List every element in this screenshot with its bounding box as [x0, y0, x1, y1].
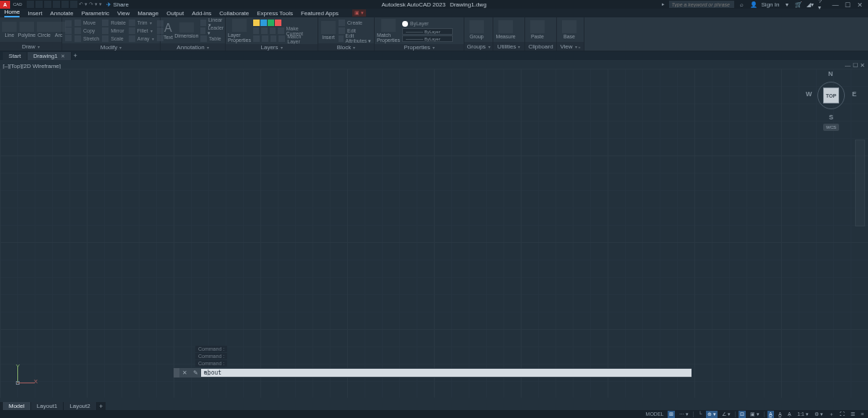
- linetype-combo[interactable]: ———— ByLayer: [402, 35, 453, 42]
- status-transparency-toggle[interactable]: ▣ ▾: [749, 411, 761, 418]
- status-gear-toggle[interactable]: ⚙ ▾: [813, 411, 825, 418]
- fillet-button[interactable]: Fillet▾: [129, 27, 154, 34]
- new-layout-button[interactable]: +: [97, 403, 106, 410]
- edit-attributes-button[interactable]: Edit Attributes ▾: [339, 35, 371, 42]
- help-search-input[interactable]: [669, 1, 734, 8]
- panel-utilities-label[interactable]: Utilities▾: [493, 42, 524, 51]
- polyline-button[interactable]: Polyline: [19, 22, 35, 38]
- match-layer-button[interactable]: Match Layer: [253, 35, 315, 43]
- maximize-button[interactable]: ☐: [843, 1, 853, 9]
- status-annoscale-toggle[interactable]: A̲: [767, 411, 774, 418]
- tab-express-tools[interactable]: Express Tools: [257, 10, 293, 17]
- tab-layout1[interactable]: Layout1: [31, 402, 64, 410]
- tab-addins[interactable]: Add-ins: [192, 10, 211, 17]
- status-isolate-toggle[interactable]: ＋: [827, 411, 835, 418]
- compass-south[interactable]: S: [829, 114, 833, 121]
- user-icon[interactable]: 👤: [750, 1, 757, 8]
- panel-annotation-label[interactable]: Annotation▾: [161, 43, 225, 51]
- qat-web-icon[interactable]: [61, 1, 69, 8]
- stretch-button[interactable]: Stretch: [75, 35, 99, 42]
- new-file-tab-button[interactable]: +: [72, 52, 80, 60]
- tab-insert[interactable]: Insert: [27, 10, 42, 17]
- panel-groups-label[interactable]: Groups▾: [464, 42, 493, 51]
- panel-clipboard-label[interactable]: Clipboard: [525, 42, 556, 51]
- navigation-bar[interactable]: [855, 140, 865, 226]
- compass-west[interactable]: W: [806, 90, 812, 98]
- copy-button[interactable]: Copy: [75, 27, 99, 34]
- panel-block-label[interactable]: Block▾: [318, 43, 374, 51]
- status-lineweight-toggle[interactable]: ⊡: [739, 411, 746, 418]
- qat-saveas-icon[interactable]: [53, 1, 60, 8]
- command-customize-icon[interactable]: ✎: [190, 370, 201, 376]
- layer-swatch-icon[interactable]: [268, 20, 274, 26]
- lineweight-combo[interactable]: ———— ByLayer: [402, 28, 453, 35]
- tab-model[interactable]: Model: [3, 402, 31, 410]
- base-button[interactable]: Base: [560, 20, 579, 39]
- tab-drawing1[interactable]: Drawing1✕: [27, 52, 72, 60]
- status-autoscale-toggle[interactable]: Ạ: [786, 411, 793, 418]
- status-grid-toggle[interactable]: ⊞: [668, 411, 675, 418]
- wcs-badge[interactable]: WCS: [823, 124, 839, 131]
- color-combo[interactable]: ByLayer: [402, 20, 461, 27]
- status-ortho-toggle[interactable]: └: [697, 411, 703, 418]
- status-osnap-toggle[interactable]: ∠ ▾: [720, 411, 732, 418]
- close-button[interactable]: ✕: [855, 1, 865, 9]
- panel-modify-label[interactable]: Modify▾: [62, 43, 160, 51]
- layer-properties-button[interactable]: Layer Properties: [229, 19, 250, 43]
- panel-draw-label[interactable]: Draw▾: [0, 42, 61, 51]
- layer-swatch-icon[interactable]: [275, 20, 281, 26]
- leader-button[interactable]: Leader ▾: [200, 27, 225, 34]
- tab-annotate[interactable]: Annotate: [50, 10, 73, 17]
- compass-north[interactable]: N: [828, 70, 833, 77]
- tab-layout2[interactable]: Layout2: [64, 402, 96, 410]
- search-icon[interactable]: ⌕: [739, 1, 746, 8]
- ucs-icon[interactable]: Y X: [14, 363, 38, 386]
- table-button[interactable]: Table: [200, 35, 225, 42]
- viewcube[interactable]: N S W E TOP WCS: [806, 70, 856, 131]
- dimension-button[interactable]: Dimension: [176, 22, 197, 38]
- tab-manage[interactable]: Manage: [137, 10, 158, 17]
- scale-button[interactable]: Scale: [102, 35, 126, 42]
- command-close-icon[interactable]: ✕: [179, 370, 190, 376]
- app-menu-icon[interactable]: ◢▾: [807, 1, 814, 8]
- modify-icon[interactable]: [65, 20, 72, 27]
- cart-icon[interactable]: 🛒: [795, 1, 802, 8]
- panel-layers-label[interactable]: Layers▾: [226, 44, 318, 51]
- minimize-button[interactable]: —: [830, 1, 841, 9]
- circle-button[interactable]: Circle: [38, 22, 51, 38]
- tab-start[interactable]: Start: [3, 52, 27, 60]
- tab-home[interactable]: Home: [4, 9, 20, 17]
- panel-properties-label[interactable]: Properties▾: [375, 44, 464, 51]
- qat-undo-icon[interactable]: ↶ ▾: [79, 1, 88, 7]
- tab-view[interactable]: View: [117, 10, 129, 17]
- qat-plot-icon[interactable]: [70, 1, 77, 8]
- qat-new-icon[interactable]: [27, 1, 34, 8]
- viewcube-compass[interactable]: N S W E TOP: [806, 70, 856, 121]
- layer-swatch-icon[interactable]: [260, 20, 267, 26]
- ribbon-collapse-button[interactable]: ▣ ▾: [352, 9, 366, 17]
- match-properties-button[interactable]: Match Properties: [378, 19, 399, 43]
- viewcube-top-face[interactable]: TOP: [823, 88, 839, 103]
- mirror-button[interactable]: Mirror: [102, 27, 126, 34]
- app-icon[interactable]: A: [0, 1, 10, 9]
- tab-output[interactable]: Output: [166, 10, 184, 17]
- qat-redo-icon[interactable]: ↷ ▾: [89, 1, 98, 7]
- help-icon[interactable]: ? ▾: [818, 1, 825, 8]
- tab-collaborate[interactable]: Collaborate: [219, 10, 249, 17]
- drawing-viewport[interactable]: [–][Top][2D Wireframe] — ☐ ✕ Y X N S W E…: [0, 60, 868, 398]
- block-create-button[interactable]: Create: [339, 19, 371, 26]
- tab-parametric[interactable]: Parametric: [81, 10, 109, 17]
- trim-button[interactable]: Trim▾: [129, 19, 154, 26]
- insert-button[interactable]: Insert: [321, 21, 336, 40]
- tab-featured-apps[interactable]: Featured Apps: [301, 10, 339, 17]
- status-polar-toggle[interactable]: ⊕ ▾: [706, 411, 718, 418]
- layer-swatch-icon[interactable]: [253, 20, 260, 26]
- status-cleanscreen-toggle[interactable]: ☰: [849, 411, 856, 418]
- share-button[interactable]: ✈ Share: [106, 1, 129, 8]
- move-button[interactable]: Move: [75, 19, 99, 26]
- modify-icon[interactable]: [65, 35, 72, 41]
- measure-button[interactable]: Measure: [496, 20, 515, 39]
- qat-save-icon[interactable]: [44, 1, 51, 8]
- sign-in-link[interactable]: Sign In: [762, 1, 780, 8]
- status-snap-toggle[interactable]: ⋯ ▾: [678, 411, 690, 418]
